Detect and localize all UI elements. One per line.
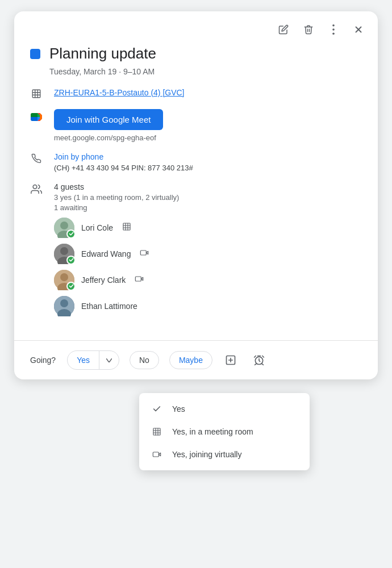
guests-status1: 3 yes (1 in a meeting room, 2 virtually) [54, 193, 362, 202]
room-icon [30, 87, 43, 99]
dropdown-yes-label: Yes [172, 404, 185, 414]
dropdown-virtual-item[interactable]: Yes, joining virtually [139, 443, 310, 466]
rsvp-dropdown-menu: Yes Yes, in a meeting room [139, 393, 310, 470]
event-datetime: Tuesday, March 19 · 9–10 AM [49, 67, 362, 76]
svg-point-6 [33, 185, 37, 189]
phone-row: Join by phone (CH) +41 43 430 94 54 PIN:… [30, 152, 362, 172]
dropdown-virtual-label: Yes, joining virtually [172, 450, 241, 459]
svg-point-2 [332, 32, 335, 35]
add-note-button[interactable] [220, 350, 241, 370]
snooze-button[interactable] [249, 350, 269, 370]
event-color-dot [30, 49, 40, 59]
event-title: Planning update [49, 44, 156, 64]
svg-point-8 [60, 222, 68, 229]
dropdown-meeting-room-label: Yes, in a meeting room [172, 427, 253, 436]
meet-content: Join with Google Meet meet.google.com/sp… [54, 109, 362, 142]
close-icon [353, 24, 364, 35]
more-button[interactable] [323, 19, 344, 40]
svg-rect-35 [153, 452, 159, 457]
card-header [14, 11, 378, 44]
guests-icon [30, 182, 43, 195]
dropdown-yes-item[interactable]: Yes [139, 398, 310, 420]
meet-row: Join with Google Meet meet.google.com/sp… [30, 109, 362, 142]
svg-point-0 [332, 24, 335, 27]
check-badge [66, 229, 76, 239]
svg-point-24 [60, 299, 68, 307]
guests-row: 4 guests 3 yes (1 in a meeting room, 2 v… [30, 182, 362, 316]
building-icon [151, 427, 163, 436]
going-label: Going? [30, 356, 56, 365]
guest-mode-icon [140, 248, 149, 260]
join-phone-link[interactable]: Join by phone [54, 152, 362, 161]
guest-name: Ethan Lattimore [81, 302, 137, 311]
avatar-wrap [54, 296, 74, 316]
rsvp-yes-dropdown-button[interactable] [99, 352, 119, 368]
avatar-wrap [54, 270, 74, 290]
svg-point-16 [60, 247, 68, 255]
event-date: Tuesday, March 19 [49, 67, 116, 76]
check-badge [66, 282, 76, 291]
guest-item: Jeffery Clark [54, 270, 362, 290]
event-card: Planning update Tuesday, March 19 · 9–10… [14, 11, 378, 379]
svg-rect-5 [32, 90, 40, 98]
guest-name: Edward Wang [81, 249, 131, 258]
svg-rect-18 [141, 250, 147, 255]
svg-point-20 [60, 273, 68, 281]
meet-button-label: Join with Google Meet [66, 115, 151, 124]
phone-content: Join by phone (CH) +41 43 430 94 54 PIN:… [54, 152, 362, 172]
google-meet-icon [30, 110, 43, 124]
add-note-icon [225, 354, 236, 366]
event-title-row: Planning update [30, 44, 362, 64]
avatar-image [54, 296, 74, 316]
delete-icon [303, 24, 314, 35]
join-meet-button[interactable]: Join with Google Meet [54, 109, 163, 130]
date-separator: · [119, 67, 123, 76]
check-badge [66, 256, 76, 265]
rsvp-maybe-button[interactable]: Maybe [169, 351, 212, 369]
guests-count: 4 guests [54, 182, 362, 191]
meet-icon-container [30, 109, 43, 124]
edit-button[interactable] [273, 19, 294, 40]
avatar-wrap [54, 218, 74, 238]
check-icon [151, 404, 163, 414]
guests-content: 4 guests 3 yes (1 in a meeting room, 2 v… [54, 182, 362, 316]
snooze-icon [253, 354, 265, 366]
rsvp-yes-button[interactable]: Yes [68, 352, 99, 369]
video-icon [151, 450, 163, 459]
chevron-down-icon [106, 358, 112, 362]
svg-point-1 [332, 28, 335, 31]
guest-mode-icon [135, 274, 144, 286]
guest-item: Edward Wang [54, 244, 362, 264]
dropdown-meeting-room-item[interactable]: Yes, in a meeting room [139, 420, 310, 443]
avatar [54, 296, 74, 316]
delete-button[interactable] [298, 19, 319, 40]
room-content: ZRH-EURA1-5-B-Postauto (4) [GVC] [54, 87, 362, 98]
guest-name: Jeffery Clark [81, 275, 126, 285]
svg-rect-10 [123, 223, 130, 230]
rsvp-yes-group: Yes [67, 350, 119, 370]
card-body: Planning update Tuesday, March 19 · 9–10… [14, 44, 378, 340]
event-time: 9–10 AM [123, 67, 155, 76]
meet-url: meet.google.com/spg-egha-eof [54, 133, 362, 142]
phone-details: (CH) +41 43 430 94 54 PIN: 877 340 213# [54, 164, 362, 172]
guest-name: Lori Cole [81, 223, 113, 232]
guests-status2: 1 awaiting [54, 203, 362, 212]
phone-icon [30, 152, 43, 164]
guest-mode-icon [122, 222, 131, 233]
room-link[interactable]: ZRH-EURA1-5-B-Postauto (4) [GVC] [54, 88, 185, 97]
svg-rect-30 [153, 428, 160, 435]
card-footer: Going? Yes No Maybe [14, 341, 378, 379]
guest-item: Ethan Lattimore [54, 296, 362, 316]
rsvp-no-button[interactable]: No [130, 351, 159, 369]
room-row: ZRH-EURA1-5-B-Postauto (4) [GVC] [30, 87, 362, 99]
svg-rect-22 [136, 277, 141, 281]
close-button[interactable] [348, 19, 369, 40]
guest-item: Lori Cole [54, 218, 362, 238]
avatar-wrap [54, 244, 74, 264]
more-icon [332, 24, 335, 35]
edit-icon [278, 24, 289, 35]
